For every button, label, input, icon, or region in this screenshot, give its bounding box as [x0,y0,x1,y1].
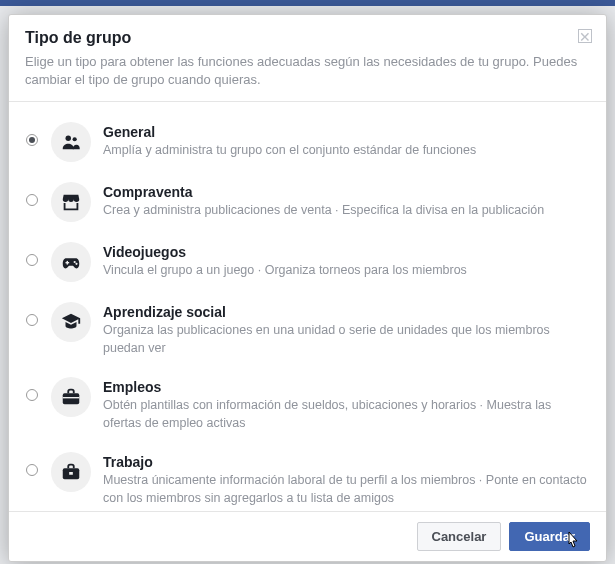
gamepad-icon [51,242,91,282]
group-type-option-learning[interactable]: Aprendizaje social Organiza las publicac… [25,292,590,367]
svg-point-0 [66,136,72,142]
group-type-option-jobs[interactable]: Empleos Obtén plantillas con información… [25,367,590,442]
radio-work[interactable] [26,464,38,476]
modal-footer: Cancelar Guardar [9,511,606,561]
option-desc: Vincula el grupo a un juego · Organiza t… [103,262,590,280]
group-type-option-buysell[interactable]: Compraventa Crea y administra publicacio… [25,172,590,232]
option-title: Empleos [103,379,590,395]
work-briefcase-icon [51,452,91,492]
svg-rect-7 [63,397,80,398]
svg-rect-5 [67,261,68,265]
svg-rect-9 [69,472,73,475]
option-desc: Obtén plantillas con información de suel… [103,397,590,432]
modal-title: Tipo de grupo [25,29,590,47]
close-icon[interactable]: ✕ [578,29,592,43]
option-title: Compraventa [103,184,590,200]
cancel-button[interactable]: Cancelar [417,522,502,551]
option-title: Aprendizaje social [103,304,590,320]
option-desc: Muestra únicamente información laboral d… [103,472,590,507]
graduation-icon [51,302,91,342]
briefcase-icon [51,377,91,417]
radio-learning[interactable] [26,314,38,326]
option-title: Videojuegos [103,244,590,260]
option-title: Trabajo [103,454,590,470]
svg-point-2 [74,261,76,263]
option-desc: Crea y administra publicaciones de venta… [103,202,590,220]
group-type-option-work[interactable]: Trabajo Muestra únicamente información l… [25,442,590,511]
group-type-option-general[interactable]: General Amplía y administra tu grupo con… [25,112,590,172]
group-type-modal: Tipo de grupo Elige un tipo para obtener… [8,14,607,562]
radio-jobs[interactable] [26,389,38,401]
group-type-option-gaming[interactable]: Videojuegos Vincula el grupo a un juego … [25,232,590,292]
app-topbar [0,0,615,6]
radio-buysell[interactable] [26,194,38,206]
modal-subtitle: Elige un tipo para obtener las funciones… [25,53,590,89]
modal-body: General Amplía y administra tu grupo con… [9,102,606,511]
storefront-icon [51,182,91,222]
option-desc: Amplía y administra tu grupo con el conj… [103,142,590,160]
option-title: General [103,124,590,140]
svg-rect-6 [63,394,80,405]
save-button[interactable]: Guardar [509,522,590,551]
people-icon [51,122,91,162]
svg-point-1 [73,138,77,142]
radio-general[interactable] [26,134,38,146]
svg-point-3 [75,263,77,265]
option-desc: Organiza las publicaciones en una unidad… [103,322,590,357]
radio-gaming[interactable] [26,254,38,266]
modal-header: Tipo de grupo Elige un tipo para obtener… [9,15,606,102]
